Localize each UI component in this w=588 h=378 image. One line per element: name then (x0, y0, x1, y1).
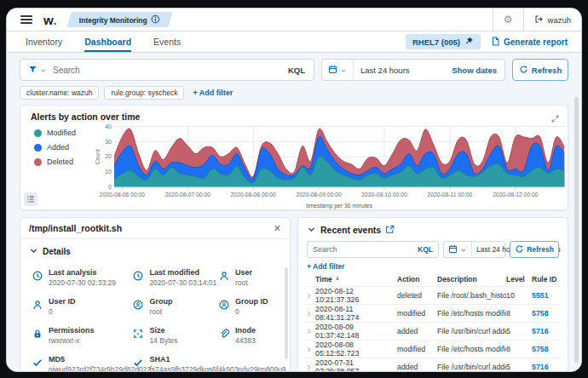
detail-value: fs74as9fh3729dkgs6f4k903ndy29tm809u9 (149, 365, 285, 372)
wazuh-logo[interactable]: w. (43, 13, 57, 27)
column-header-description[interactable]: Description (437, 275, 506, 284)
detail-label: Last modified (149, 268, 216, 277)
event-time: 2020-08-11 08:41:31.274 (315, 305, 397, 322)
legend-item-modified[interactable]: Modified (34, 129, 94, 137)
row-expand-button[interactable] (305, 364, 315, 371)
tab-dashboard[interactable]: Dashboard (84, 32, 131, 52)
events-calendar-button[interactable] (444, 242, 472, 257)
event-row[interactable]: 2020-08-09 01:37:42.148addedFile /usr/bi… (305, 322, 561, 340)
column-header-time[interactable]: Time (315, 275, 397, 284)
events-search-input[interactable] (308, 245, 412, 254)
tab-inventory[interactable]: Inventory (26, 32, 62, 52)
filter-chip-cluster[interactable]: cluster.name: wazuh (20, 86, 99, 100)
kql-button[interactable]: KQL (280, 66, 314, 75)
list-icon (26, 192, 35, 207)
generate-report-button[interactable]: Generate report (491, 37, 568, 48)
detail-value: 14 Bytes (149, 336, 177, 345)
events-date-picker[interactable]: Last 24 hours Show dates (443, 241, 505, 258)
event-row[interactable]: 2020-08-12 10:21:37.326deletedFile /root… (305, 286, 561, 304)
refresh-button[interactable]: Refresh (512, 59, 568, 81)
details-accordion[interactable]: Details (20, 239, 290, 263)
calendar-icon (328, 62, 337, 77)
filter-menu-button[interactable] (20, 62, 53, 77)
tab-events[interactable]: Events (153, 32, 181, 52)
menu-icon[interactable] (20, 15, 32, 24)
settings-button[interactable]: ⚙ (493, 9, 523, 31)
event-action: added (397, 363, 437, 371)
events-add-filter-link[interactable]: + Add filter (298, 258, 568, 272)
refresh-icon (515, 244, 524, 255)
column-header-rule-id[interactable]: Rule ID (532, 275, 561, 284)
calendar-button[interactable] (322, 60, 354, 80)
expand-icon[interactable] (551, 112, 560, 127)
group-icon (133, 300, 143, 310)
detail-value: 2020-07-30 03:14:01 (149, 278, 216, 287)
stacked-area-chart[interactable]: 010203040Count2020-08-06 00:002020-08-07… (94, 122, 568, 210)
search-box[interactable]: KQL (20, 59, 314, 81)
column-header-level[interactable]: Level (506, 275, 532, 284)
column-header-action[interactable]: Action (397, 275, 437, 284)
row-expand-button[interactable] (305, 292, 315, 300)
top-navbar: w. Integrity Monitoring ⚙ wazuh (7, 9, 581, 32)
legend-label: Added (47, 143, 69, 152)
event-row[interactable]: 2020-08-11 08:41:31.274modifiedFile /etc… (305, 304, 561, 322)
inode-icon (219, 329, 229, 339)
details-scrollbar[interactable] (285, 267, 288, 359)
events-kql-button[interactable]: KQL (412, 245, 438, 254)
external-link-icon[interactable] (385, 222, 395, 238)
events-search-box[interactable]: KQL (307, 241, 439, 258)
event-description: File /etc/hosts modified. (437, 345, 506, 353)
event-rule-id-link[interactable]: 5758 (532, 345, 561, 353)
detail-field-last-analysis: Last analysis2020-07-30 02:33:29 (32, 268, 133, 287)
add-filter-link[interactable]: + Add filter (193, 89, 233, 97)
legend-toggle-button[interactable] (24, 192, 37, 206)
module-badge[interactable]: Integrity Monitoring (66, 12, 173, 27)
svg-text:2020-08-10 00:00: 2020-08-10 00:00 (361, 192, 407, 198)
events-refresh-button[interactable]: Refresh (510, 241, 559, 258)
close-icon[interactable]: ✕ (274, 224, 281, 233)
event-rule-id-link[interactable]: 5716 (532, 327, 561, 335)
legend-item-added[interactable]: Added (34, 143, 94, 152)
pin-icon[interactable] (464, 37, 474, 48)
agent-badge[interactable]: RHEL7 (005) (406, 34, 481, 49)
lock-icon (32, 329, 43, 339)
chevron-right-icon (305, 292, 313, 300)
svg-text:2020-08-06 00:00: 2020-08-06 00:00 (99, 192, 145, 198)
event-action: deleted (397, 291, 437, 300)
filter-chip-rulegroup[interactable]: rule.group: syscheck (104, 86, 184, 100)
detail-value: root (235, 278, 252, 287)
event-rule-id-link[interactable]: 5758 (532, 309, 561, 318)
event-rule-id-link[interactable]: 5551 (532, 291, 561, 300)
event-row[interactable]: 2020-08-08 05:12:52.723modifiedFile /etc… (305, 340, 561, 358)
svg-text:2020-08-08 00:00: 2020-08-08 00:00 (230, 192, 276, 198)
event-description: File /usr/bin/curl added. (437, 327, 506, 335)
chart-body: ModifiedAddedDeleted 010203040Count2020-… (20, 122, 568, 210)
user-icon (32, 300, 43, 310)
user-label: wazuh (548, 15, 571, 25)
event-rule-id-link[interactable]: 5716 (532, 363, 561, 371)
detail-field-inode: Inode44383 (219, 326, 285, 345)
user-menu[interactable]: wazuh (523, 9, 581, 31)
detail-label: Inode (235, 326, 256, 335)
svg-text:2020-08-11 00:00: 2020-08-11 00:00 (427, 192, 472, 198)
legend-item-deleted[interactable]: Deleted (34, 158, 94, 166)
detail-field-user-id: User ID0 (32, 297, 133, 316)
group-icon (219, 300, 229, 310)
time-range-label[interactable]: Last 24 hours (354, 66, 410, 75)
page-scrollbar[interactable] (574, 97, 579, 363)
show-dates-link[interactable]: Show dates (452, 66, 504, 75)
detail-value: 0 (49, 307, 76, 316)
row-expand-button[interactable] (305, 310, 315, 318)
event-row[interactable]: 2020-07-31 07:29:38.057addedFile /usr/bi… (305, 358, 561, 372)
alerts-chart-panel: Alerts by action over time ModifiedAdded… (20, 105, 568, 210)
row-expand-button[interactable] (305, 328, 315, 335)
row-expand-button[interactable] (305, 346, 315, 353)
module-badge-label: Integrity Monitoring (79, 15, 147, 24)
svg-text:2020-08-12 00:00: 2020-08-12 00:00 (493, 192, 539, 198)
search-input[interactable] (53, 66, 280, 75)
detail-label: Size (149, 326, 177, 335)
info-icon[interactable] (151, 14, 160, 26)
agent-badge-label: RHEL7 (005) (412, 37, 460, 47)
date-picker[interactable]: Last 24 hours Show dates (321, 59, 505, 81)
event-description: File /usr/bin/curl added. (437, 363, 506, 371)
